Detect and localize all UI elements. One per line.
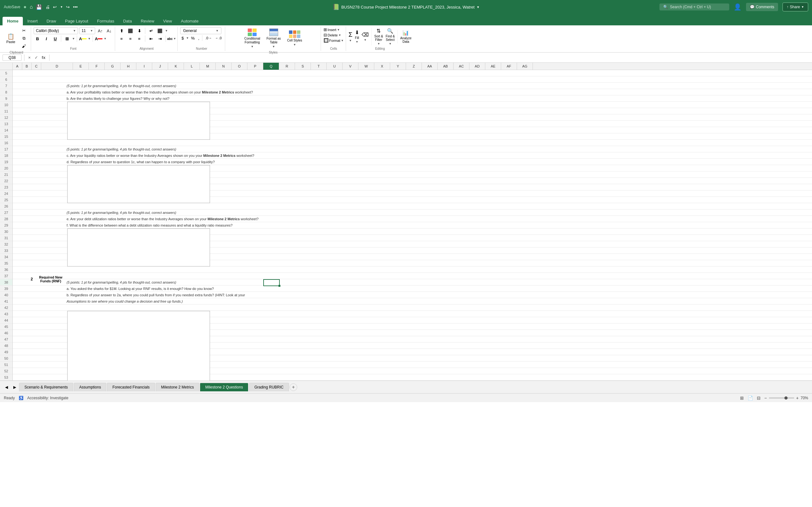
increase-font-size-button[interactable]: A↑ xyxy=(96,27,104,34)
grid-row-16[interactable] xyxy=(13,140,812,146)
selected-cell-Q38[interactable] xyxy=(263,279,280,286)
grid-row-42[interactable] xyxy=(13,304,812,311)
increase-decimal-button[interactable]: .0→ xyxy=(204,36,213,40)
col-header-B[interactable]: B xyxy=(22,63,32,70)
format-cells-dropdown[interactable]: ▼ xyxy=(341,39,344,42)
font-color-button[interactable]: A xyxy=(95,35,102,42)
spreadsheet-cells[interactable]: (function() { var container = document.g… xyxy=(13,70,812,381)
save2-icon[interactable]: 🖨 xyxy=(45,4,50,9)
format-painter-button[interactable]: 🖌 xyxy=(19,43,29,49)
merge-center-button[interactable]: ⬛ xyxy=(156,27,164,34)
italic-button[interactable]: I xyxy=(43,35,50,42)
align-top-button[interactable]: ⬆ xyxy=(118,27,125,34)
borders-button[interactable]: ⊞ xyxy=(63,35,71,42)
cut-button[interactable]: ✂ xyxy=(19,27,29,34)
orientation-button[interactable]: abc ▼ xyxy=(168,35,175,42)
col-header-P[interactable]: P xyxy=(247,63,263,70)
decrease-font-size-button[interactable]: A↓ xyxy=(105,27,113,34)
col-header-T[interactable]: T xyxy=(311,63,327,70)
orientation-dropdown[interactable]: ▼ xyxy=(173,37,176,40)
redo-icon[interactable]: ↪ xyxy=(66,4,70,9)
tab-assumptions[interactable]: Assumptions xyxy=(74,383,107,391)
insert-function-icon[interactable]: fx xyxy=(41,55,47,60)
undo-dropdown-icon[interactable]: ▼ xyxy=(60,5,63,9)
tab-scenario-requirements[interactable]: Scenario & Requirements xyxy=(19,383,73,391)
align-right-button[interactable]: ≡ xyxy=(136,35,143,42)
view-page-layout-icon[interactable]: 📄 xyxy=(748,395,753,400)
tab-nav-right[interactable]: ▶ xyxy=(11,383,18,391)
format-as-table-dropdown[interactable]: ▼ xyxy=(272,45,275,48)
currency-dropdown[interactable]: ▼ xyxy=(186,37,189,40)
fill-handle[interactable] xyxy=(278,285,281,287)
col-header-V[interactable]: V xyxy=(343,63,358,70)
align-left-button[interactable]: ≡ xyxy=(118,35,125,42)
indent-increase-button[interactable]: ⇥ xyxy=(156,35,164,42)
more-options-icon[interactable]: ••• xyxy=(73,4,78,9)
col-header-Y[interactable]: Y xyxy=(390,63,406,70)
tab-draw[interactable]: Draw xyxy=(42,17,61,25)
align-middle-button[interactable]: ⬛ xyxy=(126,27,134,34)
sum-dropdown[interactable]: ▼ xyxy=(349,39,352,42)
add-sheet-button[interactable]: + xyxy=(290,383,297,391)
answer-box-2[interactable] xyxy=(67,165,210,203)
percent-button[interactable]: % xyxy=(190,36,196,41)
col-header-AG[interactable]: AG xyxy=(517,63,533,70)
tab-grading-rubric[interactable]: Grading RUBRIC xyxy=(249,383,289,391)
home-icon[interactable]: ⌂ xyxy=(30,4,33,10)
merge-dropdown[interactable]: ▼ xyxy=(165,29,168,32)
col-header-C[interactable]: C xyxy=(32,63,41,70)
conditional-formatting-dropdown[interactable]: ▼ xyxy=(251,45,254,48)
col-header-L[interactable]: L xyxy=(184,63,200,70)
col-header-AA[interactable]: AA xyxy=(422,63,438,70)
conditional-formatting-button[interactable]: ConditionalFormatting ▼ xyxy=(242,27,263,49)
col-header-R[interactable]: R xyxy=(279,63,295,70)
col-header-X[interactable]: X xyxy=(374,63,390,70)
analyze-data-label[interactable]: AnalyzeData xyxy=(400,37,412,43)
tab-insert[interactable]: Insert xyxy=(23,17,42,25)
col-header-E[interactable]: E xyxy=(73,63,89,70)
formula-input[interactable] xyxy=(52,55,809,60)
answer-box-1[interactable] xyxy=(67,102,210,140)
tab-view[interactable]: View xyxy=(159,17,176,25)
wrap-text-button[interactable]: ↵ xyxy=(147,27,155,34)
fill-color-dropdown[interactable]: ▼ xyxy=(88,37,91,40)
view-page-break-icon[interactable]: ⊟ xyxy=(757,395,761,400)
insert-label[interactable]: Insert xyxy=(328,28,337,32)
font-size-selector[interactable]: 11 ▼ xyxy=(79,27,95,34)
profile-icon[interactable]: 👤 xyxy=(734,3,742,11)
tab-data[interactable]: Data xyxy=(119,17,136,25)
tab-forecasted-financials[interactable]: Forecasted Financials xyxy=(107,383,155,391)
col-header-N[interactable]: N xyxy=(216,63,232,70)
grid-row-36[interactable] xyxy=(13,267,812,273)
number-format-dropdown[interactable]: ▼ xyxy=(216,29,218,32)
number-format-selector[interactable]: General ▼ xyxy=(180,27,221,34)
col-header-K[interactable]: K xyxy=(168,63,184,70)
tab-automate[interactable]: Automate xyxy=(176,17,203,25)
tab-page-layout[interactable]: Page Layout xyxy=(61,17,93,25)
col-header-Z[interactable]: Z xyxy=(406,63,422,70)
bold-button[interactable]: B xyxy=(34,35,41,42)
col-header-A[interactable]: A xyxy=(13,63,22,70)
grid-row-26[interactable] xyxy=(13,203,812,210)
cell-reference-box[interactable]: Q38 xyxy=(3,55,21,61)
col-header-AE[interactable]: AE xyxy=(485,63,501,70)
grid-row-5[interactable] xyxy=(13,70,812,76)
copy-button[interactable]: ⧉ xyxy=(19,35,29,42)
align-center-button[interactable]: ≡ xyxy=(126,35,134,42)
tab-milestone-2-questions[interactable]: Milestone 2 Questions xyxy=(200,383,248,391)
confirm-icon[interactable]: ✓ xyxy=(33,55,39,60)
delete-label[interactable]: Delete xyxy=(328,33,338,37)
currency-button[interactable]: $ xyxy=(180,36,185,41)
find-select-dropdown[interactable]: ▼ xyxy=(389,42,392,45)
answer-box-3[interactable] xyxy=(67,228,210,267)
save-icon[interactable]: 💾 xyxy=(36,4,42,10)
search-bar[interactable]: 🔍 Search (Cmd + Ctrl + U) xyxy=(659,3,729,10)
col-header-S[interactable]: S xyxy=(295,63,311,70)
grid-row-6[interactable] xyxy=(13,76,812,83)
sort-filter-label[interactable]: Sort &Filter xyxy=(374,35,383,42)
tab-milestone-2-metrics[interactable]: Milestone 2 Metrics xyxy=(156,383,199,391)
font-name-dropdown[interactable]: ▼ xyxy=(73,29,76,32)
col-header-F[interactable]: F xyxy=(89,63,105,70)
col-header-D[interactable]: D xyxy=(41,63,73,70)
share-button[interactable]: ↑ Share ▼ xyxy=(782,3,808,11)
